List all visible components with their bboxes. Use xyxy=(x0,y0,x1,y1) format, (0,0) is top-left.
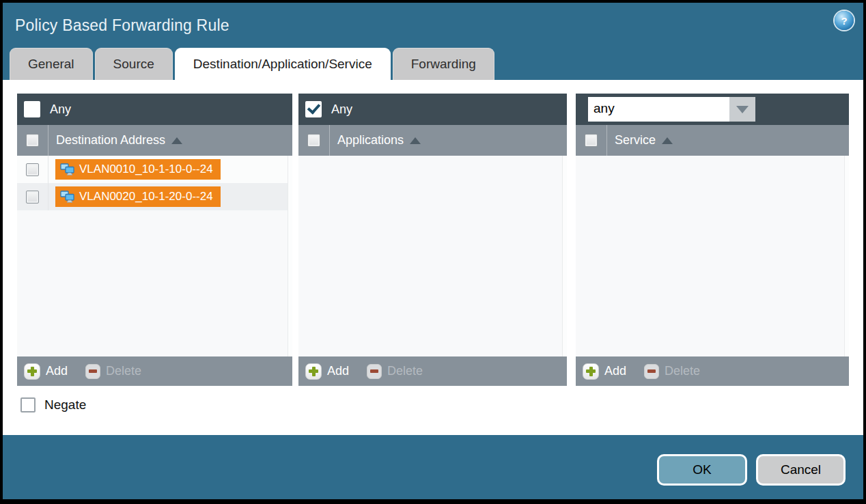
minus-icon xyxy=(644,364,659,379)
row-checkbox[interactable] xyxy=(26,191,39,204)
address-object-chip[interactable]: VLAN0020_10-1-20-0--24 xyxy=(55,186,221,207)
applications-any-checkbox[interactable] xyxy=(305,101,322,117)
chevron-down-icon[interactable] xyxy=(729,97,755,122)
negate-checkbox[interactable] xyxy=(20,397,36,412)
add-button-label: Add xyxy=(46,364,68,378)
network-address-icon xyxy=(60,190,74,204)
destination-address-panel: Any Destination Address xyxy=(17,94,292,386)
dialog-title: Policy Based Forwarding Rule xyxy=(15,16,229,35)
service-list xyxy=(576,156,849,356)
row-checkbox[interactable] xyxy=(26,163,39,176)
service-dropdown-value[interactable]: any xyxy=(588,97,729,122)
ok-button[interactable]: OK xyxy=(657,454,747,486)
row-checkbox-cell xyxy=(17,156,48,183)
service-column-header[interactable]: Service xyxy=(615,133,656,148)
plus-icon xyxy=(24,363,40,380)
negate-label: Negate xyxy=(44,397,86,412)
applications-any-bar: Any xyxy=(298,94,567,125)
service-select-all-checkbox[interactable] xyxy=(585,134,598,147)
header-checkbox-cell xyxy=(17,125,48,156)
scrollbar-track[interactable] xyxy=(844,156,849,356)
add-button[interactable]: Add xyxy=(305,363,349,380)
header-checkbox-cell xyxy=(576,125,607,156)
tab-content: Any Destination Address xyxy=(3,80,863,435)
row-checkbox-cell xyxy=(17,183,48,210)
address-object-label: VLAN0020_10-1-20-0--24 xyxy=(79,190,213,204)
scrollbar-track[interactable] xyxy=(562,156,567,356)
tab-general[interactable]: General xyxy=(10,48,93,80)
table-row[interactable]: VLAN0010_10-1-10-0--24 xyxy=(17,156,292,183)
title-bar: Policy Based Forwarding Rule ? xyxy=(3,3,863,48)
applications-column-header-row: Applications xyxy=(298,125,567,156)
tab-destination-application-service[interactable]: Destination/Application/Service xyxy=(175,48,391,80)
cancel-button[interactable]: Cancel xyxy=(756,454,846,486)
applications-select-all-checkbox[interactable] xyxy=(307,134,320,147)
add-button[interactable]: Add xyxy=(583,363,626,380)
tab-bar: General Source Destination/Application/S… xyxy=(10,48,494,80)
sort-ascending-icon xyxy=(662,137,673,144)
destination-column-header-row: Destination Address xyxy=(17,125,292,156)
applications-footer: Add Delete xyxy=(298,356,567,386)
service-dropdown[interactable]: any xyxy=(588,97,755,122)
negate-row: Negate xyxy=(20,397,86,412)
down-triangle-glyph xyxy=(736,106,749,113)
delete-button-label: Delete xyxy=(665,364,700,378)
help-icon[interactable]: ? xyxy=(835,11,854,30)
service-footer: Add Delete xyxy=(576,356,849,386)
destination-list: VLAN0010_10-1-10-0--24 VLAN0020_10-1-20-… xyxy=(17,156,292,356)
destination-select-all-checkbox[interactable] xyxy=(26,134,39,147)
minus-icon xyxy=(85,364,100,379)
add-button-label: Add xyxy=(327,364,349,378)
delete-button[interactable]: Delete xyxy=(85,364,141,379)
question-mark-glyph: ? xyxy=(841,15,847,27)
tab-source[interactable]: Source xyxy=(95,48,173,80)
service-column-header-row: Service xyxy=(576,125,849,156)
tab-forwarding[interactable]: Forwarding xyxy=(393,48,494,80)
plus-icon xyxy=(305,363,322,380)
destination-any-label: Any xyxy=(50,102,71,117)
destination-any-checkbox[interactable] xyxy=(24,101,40,117)
add-button-label: Add xyxy=(604,364,626,378)
applications-list xyxy=(298,156,567,356)
table-row[interactable]: VLAN0020_10-1-20-0--24 xyxy=(17,183,292,210)
plus-icon xyxy=(583,363,599,380)
destination-footer: Add Delete xyxy=(17,356,292,386)
sort-ascending-icon xyxy=(171,137,182,144)
destination-any-bar: Any xyxy=(17,94,292,125)
delete-button-label: Delete xyxy=(106,364,141,378)
sort-ascending-icon xyxy=(410,137,421,144)
applications-any-label: Any xyxy=(331,102,352,117)
policy-based-forwarding-rule-dialog: Policy Based Forwarding Rule ? General S… xyxy=(0,0,866,504)
scrollbar-track[interactable] xyxy=(288,156,292,356)
service-dropdown-bar: any xyxy=(576,94,849,125)
panel-columns: Any Destination Address xyxy=(17,94,849,386)
applications-panel: Any Applications Add xyxy=(298,94,567,386)
minus-icon xyxy=(367,364,382,379)
address-object-label: VLAN0010_10-1-10-0--24 xyxy=(79,163,213,176)
service-panel: any Service Add xyxy=(576,94,849,386)
header-checkbox-cell xyxy=(298,125,330,156)
network-address-icon xyxy=(60,163,74,176)
delete-button-label: Delete xyxy=(387,364,423,378)
applications-column-header[interactable]: Applications xyxy=(337,133,404,148)
address-object-chip[interactable]: VLAN0010_10-1-10-0--24 xyxy=(55,159,221,180)
delete-button[interactable]: Delete xyxy=(367,364,423,379)
dialog-footer: OK Cancel xyxy=(3,435,863,499)
delete-button[interactable]: Delete xyxy=(644,364,700,379)
add-button[interactable]: Add xyxy=(24,363,68,380)
destination-column-header[interactable]: Destination Address xyxy=(56,133,165,148)
